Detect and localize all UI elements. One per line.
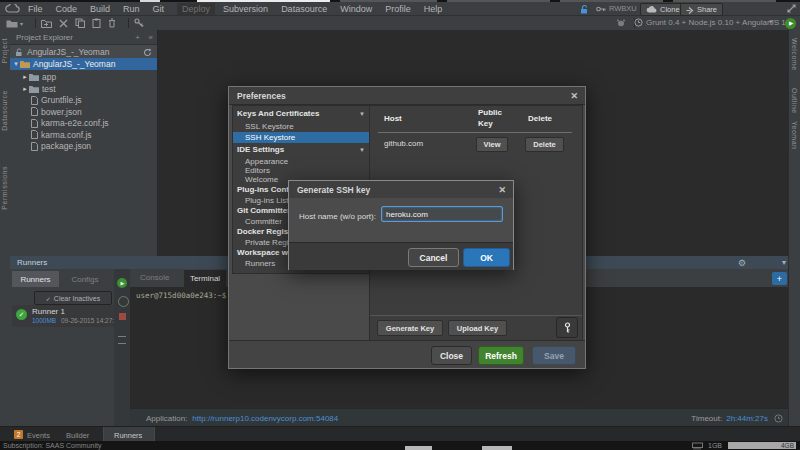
copy-icon[interactable]	[75, 18, 85, 28]
rerun-icon[interactable]	[118, 296, 129, 307]
tab-terminal[interactable]: Terminal	[184, 270, 226, 287]
generate-dialog-footer: Cancel OK	[289, 242, 513, 270]
expand-icon[interactable]	[787, 4, 796, 13]
column-header-delete: Delete	[528, 114, 552, 123]
add-terminal-icon[interactable]: +	[772, 272, 787, 285]
upload-key-button[interactable]: Upload Key	[448, 320, 507, 336]
ide-window: File Code Build Run Git Deploy Subversio…	[0, 0, 800, 450]
menu-window[interactable]: Window	[340, 4, 372, 14]
delete-icon[interactable]	[108, 18, 116, 28]
rail-tab-yeoman[interactable]: Yeoman	[791, 121, 798, 149]
menu-subversion[interactable]: Subversion	[223, 4, 268, 14]
menu-code[interactable]: Code	[56, 4, 78, 14]
tree-row-project[interactable]: ▾ AngularJS_-_Yeoman	[10, 58, 157, 70]
tree-label: package.json	[41, 141, 91, 151]
menu-datasource[interactable]: Datasource	[281, 4, 327, 14]
project-name: AngularJS_-_Yeoman	[27, 47, 109, 57]
cloud-icon	[646, 6, 657, 13]
key-tool-button[interactable]	[556, 317, 578, 338]
cancel-button[interactable]: Cancel	[408, 248, 459, 267]
timeout-value: 2h:44m:27s	[726, 414, 768, 423]
chevron-down-icon[interactable]: ▾	[769, 18, 773, 26]
generate-dialog-title-bar[interactable]: Generate SSH key ✕	[289, 181, 513, 199]
close-button[interactable]: Close	[431, 346, 472, 365]
explorer-settings-icon[interactable]: +	[135, 33, 140, 42]
chevron-right-icon[interactable]: ▸	[21, 85, 29, 93]
tab-runners[interactable]: Runners	[12, 271, 59, 287]
tree-row-app[interactable]: ▸ app	[10, 71, 157, 83]
file-icon	[31, 142, 38, 151]
application-url-link[interactable]: http://runnerp10.codenvycorp.com:54084	[192, 414, 338, 423]
import-folder-icon[interactable]	[41, 19, 52, 28]
debug-icon[interactable]	[616, 19, 626, 27]
paste-icon[interactable]	[92, 18, 101, 28]
clone-button[interactable]: Clone	[640, 3, 686, 16]
lock-open-icon	[15, 48, 23, 57]
preferences-title: Preferences	[237, 91, 286, 101]
preferences-footer: Close Refresh Save	[229, 340, 585, 368]
rail-tab-project[interactable]: Project	[1, 38, 8, 63]
subscription-label: Subscription: SAAS Community	[3, 442, 101, 449]
runner-list-item[interactable]: ✓ Runner 1 1000MB 09-26-2015 14:27:00	[12, 305, 114, 327]
tree-row-karma-e2e[interactable]: karma-e2e.conf.js	[10, 117, 157, 129]
clear-inactives-button[interactable]: ✓ Clear Inactives	[34, 291, 112, 305]
cut-icon[interactable]	[59, 19, 68, 28]
explorer-collapse-icon[interactable]: «	[149, 33, 153, 42]
stop-icon[interactable]	[119, 313, 126, 320]
tree-row-bower[interactable]: bower.json	[10, 106, 157, 118]
timeout-clock-icon	[774, 414, 783, 423]
menu-file[interactable]: File	[28, 4, 43, 14]
chevron-right-icon[interactable]: ▸	[21, 73, 29, 81]
menu-git[interactable]: Git	[153, 4, 165, 14]
rail-tab-outline[interactable]: Outline	[791, 88, 798, 114]
bottom-tab-events[interactable]: Events	[27, 431, 50, 440]
tree-row-package[interactable]: package.json	[10, 140, 157, 152]
project-dropdown-icon[interactable]: ▾	[6, 19, 23, 28]
permissions-lock-open-icon[interactable]	[580, 5, 589, 14]
host-name-input[interactable]	[381, 206, 503, 222]
run-console-play-icon[interactable]: ▶	[117, 278, 127, 288]
pref-item-ssl-keystore[interactable]: SSL Keystore	[233, 121, 379, 131]
list-logs-icon[interactable]	[118, 336, 126, 344]
refresh-button[interactable]: Refresh	[478, 346, 524, 365]
clone-label: Clone	[660, 5, 680, 14]
folder-icon	[29, 73, 39, 81]
menu-help[interactable]: Help	[424, 4, 443, 14]
refresh-icon[interactable]	[143, 48, 152, 57]
tree-row-karma-conf[interactable]: karma.conf.js	[10, 129, 157, 141]
tree-row-test[interactable]: ▸ test	[10, 83, 157, 95]
menu-deploy[interactable]: Deploy	[177, 3, 215, 15]
view-key-button[interactable]: View	[476, 137, 508, 152]
section-ide-settings[interactable]: IDE Settings▼	[233, 144, 371, 155]
pref-item-ssh-keystore[interactable]: SSH Keystore	[233, 132, 379, 143]
menu-profile[interactable]: Profile	[385, 4, 411, 14]
delete-key-button[interactable]: Delete	[525, 137, 564, 152]
chevron-down-icon[interactable]: ▾	[12, 60, 20, 68]
menu-build[interactable]: Build	[90, 4, 110, 14]
minimize-panel-icon[interactable]: ▾	[782, 258, 786, 267]
runner-status-icon: ✓	[16, 309, 27, 320]
run-button[interactable]: ▶	[785, 18, 796, 29]
share-button[interactable]: Share	[680, 3, 723, 16]
rail-tab-datasource[interactable]: Datasource	[1, 90, 8, 131]
rail-tab-welcome[interactable]: Welcome	[791, 38, 798, 71]
bottom-tab-runners[interactable]: Runners	[114, 431, 142, 440]
generate-key-button[interactable]: Generate Key	[377, 320, 443, 336]
bottom-tab-builder[interactable]: Builder	[66, 431, 89, 440]
ok-button[interactable]: OK	[463, 248, 510, 267]
close-icon[interactable]: ✕	[570, 91, 578, 101]
close-icon[interactable]: ✕	[498, 185, 506, 195]
memory-gauge: 4GB	[728, 442, 796, 449]
menu-run[interactable]: Run	[123, 4, 140, 14]
ssh-key-icon[interactable]	[134, 18, 144, 28]
preferences-title-bar[interactable]: Preferences ✕	[229, 87, 585, 105]
section-keys-and-certificates[interactable]: Keys And Certificates▼	[233, 108, 371, 119]
tab-configs[interactable]: Configs	[60, 271, 110, 287]
project-explorer: Project Explorer + « AngularJS_-_Yeoman …	[10, 30, 158, 256]
console-controls: ▶	[114, 269, 131, 426]
rail-tab-permissions[interactable]: Permissions	[1, 166, 8, 210]
tab-console[interactable]: Console	[140, 273, 169, 282]
gear-icon[interactable]: ⚙	[738, 258, 746, 268]
save-button[interactable]: Save	[532, 346, 576, 365]
tree-row-gruntfile[interactable]: Gruntfile.js	[10, 94, 157, 106]
